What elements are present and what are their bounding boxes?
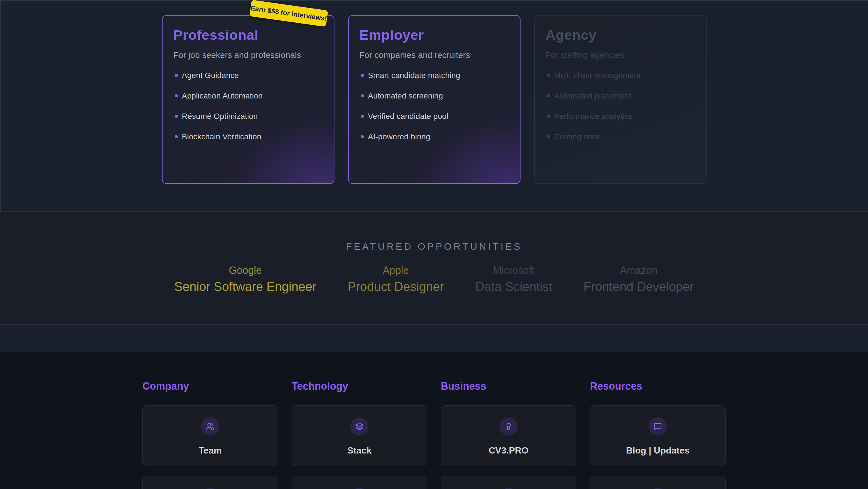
layers-icon [350,418,369,436]
plan-feature-label: AI-powered hiring [368,133,430,141]
plan-title: Employer [360,27,509,43]
bullet-dot-icon [547,74,550,77]
plan-feature: Blockchain Verification [173,133,323,141]
footer-card-partial[interactable] [441,476,577,489]
job-item-amazon[interactable]: Amazon Frontend Developer [584,264,694,293]
footer-column-header: Company [143,380,278,392]
plan-feature: Automated placement [546,92,695,100]
plan-feature-label: Performance analytics [554,112,632,120]
plan-feature: Résumé Optimization [173,112,323,120]
featured-opportunities-section: FEATURED OPPORTUNITIES Google Senior Sof… [0,211,868,324]
plan-card-agency: Agency For staffing agencies Multi-clien… [534,15,707,184]
plan-feature: Agent Guidance [173,71,323,80]
footer-column-company: Company Team [143,380,278,489]
bullet-dot-icon [361,74,364,77]
plan-card-professional[interactable]: Professional For job seekers and profess… [162,15,335,184]
icon-circle [350,488,369,489]
plan-feature: Verified candidate pool [360,112,509,120]
plan-feature-label: Agent Guidance [182,71,239,80]
plan-feature: Smart candidate matching [360,71,509,80]
footer-column-technology: Technology Stack [291,380,427,489]
plan-feature-label: Résumé Optimization [182,112,258,120]
footer-column-business: Business CV3.PRO [441,380,577,489]
plan-feature: AI-powered hiring [360,133,509,141]
plan-subtitle: For staffing agencies [546,50,695,60]
footer-card-label: Team [198,445,221,456]
plan-feature-label: Verified candidate pool [368,112,448,120]
job-item-apple[interactable]: Apple Product Designer [348,264,444,293]
job-role: Frontend Developer [584,280,694,293]
footer-card-label: Stack [347,445,371,456]
footer-card-label: Blog | Updates [626,445,689,456]
icon-circle [499,488,518,489]
chat-icon [649,418,667,436]
footer-card-label: CV3.PRO [489,445,528,456]
footer-grid: Company Team Technology [0,380,868,489]
users-icon [201,418,219,436]
bullet-dot-icon [547,94,550,97]
plan-feature: Performance analytics [546,112,695,120]
bullet-dot-icon [361,135,364,138]
job-role: Senior Software Engineer [174,280,316,293]
plan-feature-list: Multi-client management Automated placem… [546,71,695,141]
plan-title: Professional [173,27,323,43]
footer-column-header: Business [441,380,577,392]
footer-card-team[interactable]: Team [143,405,278,466]
bullet-dot-icon [175,135,178,138]
footer-card-partial[interactable] [291,476,427,489]
bullet-dot-icon [175,94,178,97]
plan-feature-list: Agent Guidance Application Automation Ré… [173,71,323,141]
bullet-dot-icon [361,94,364,97]
plan-feature-label: Smart candidate matching [368,71,460,80]
plan-title: Agency [546,27,695,43]
job-item-google[interactable]: Google Senior Software Engineer [174,264,316,293]
award-icon [499,418,518,436]
job-company: Apple [348,264,444,277]
plan-feature-label: Coming soon... [554,133,607,141]
bullet-dot-icon [361,115,364,118]
plan-feature-label: Automated placement [554,92,631,100]
bullet-dot-icon [175,74,178,77]
footer-card-stack[interactable]: Stack [291,405,427,466]
job-company: Google [174,264,316,277]
job-company: Microsoft [475,264,552,277]
plan-feature-label: Multi-client management [554,71,641,80]
plan-subtitle: For job seekers and professionals [173,50,323,60]
plan-feature-label: Automated screening [368,92,443,100]
plan-feature: Multi-client management [546,71,695,80]
featured-title: FEATURED OPPORTUNITIES [0,241,868,252]
footer-column-resources: Resources Blog | Updates [590,380,725,489]
job-company: Amazon [584,264,694,277]
plan-card-employer[interactable]: Employer For companies and recruiters Sm… [348,15,521,184]
plan-subtitle: For companies and recruiters [360,50,509,60]
bullet-dot-icon [547,135,550,138]
footer-card-cv3pro[interactable]: CV3.PRO [441,405,577,466]
plans-section: Professional For job seekers and profess… [0,0,868,211]
job-role: Product Designer [348,280,444,293]
plan-feature: Coming soon... [546,133,695,141]
job-item-microsoft[interactable]: Microsoft Data Scientist [475,264,552,293]
featured-jobs-row: Google Senior Software Engineer Apple Pr… [0,264,868,293]
section-divider-strip [0,324,868,352]
footer-card-partial[interactable] [590,476,725,489]
icon-circle [649,488,667,489]
footer-column-header: Technology [291,380,427,392]
footer-column-header: Resources [590,380,725,392]
plan-feature-list: Smart candidate matching Automated scree… [360,71,509,141]
job-role: Data Scientist [475,280,552,293]
footer-card-blog[interactable]: Blog | Updates [590,405,725,466]
plan-feature-label: Application Automation [182,92,263,100]
bullet-dot-icon [175,115,178,118]
plan-feature-label: Blockchain Verification [182,133,261,141]
bullet-dot-icon [547,115,550,118]
icon-circle [201,488,219,489]
plan-feature: Automated screening [360,92,509,100]
plans-row: Professional For job seekers and profess… [1,1,868,184]
plan-feature: Application Automation [173,92,323,100]
footer: Company Team Technology [0,352,868,489]
footer-card-partial[interactable] [143,476,278,489]
